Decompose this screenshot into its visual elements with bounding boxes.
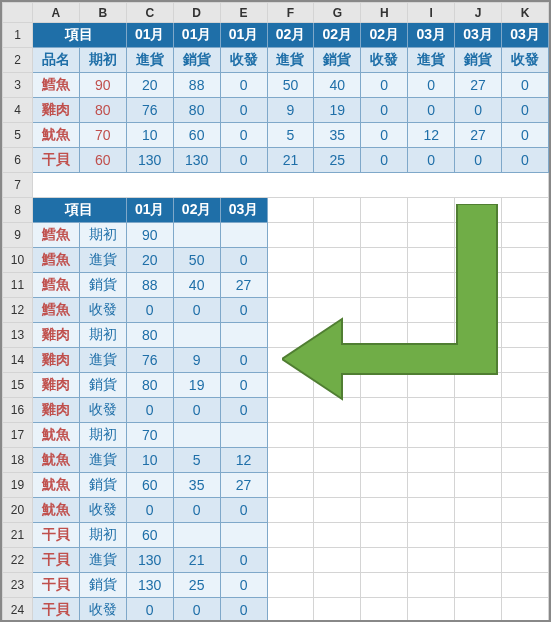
- row-6[interactable]: 6: [3, 148, 33, 173]
- cell[interactable]: [502, 548, 549, 573]
- cell[interactable]: 0: [361, 98, 408, 123]
- cell[interactable]: [314, 348, 361, 373]
- cell[interactable]: [267, 223, 314, 248]
- top-m01-2[interactable]: 01月: [173, 23, 220, 48]
- small-m3[interactable]: 03月: [220, 198, 267, 223]
- cell[interactable]: [408, 323, 455, 348]
- cell[interactable]: [267, 248, 314, 273]
- cell[interactable]: [361, 298, 408, 323]
- row-17[interactable]: 17: [3, 423, 33, 448]
- cell[interactable]: [314, 223, 361, 248]
- cell[interactable]: 鱈魚: [32, 273, 79, 298]
- cell[interactable]: [361, 423, 408, 448]
- cell[interactable]: [267, 498, 314, 523]
- row-14[interactable]: 14: [3, 348, 33, 373]
- cell[interactable]: 干貝: [32, 598, 79, 623]
- row-10[interactable]: 10: [3, 248, 33, 273]
- cell[interactable]: 9: [267, 98, 314, 123]
- cell[interactable]: [267, 198, 314, 223]
- cell[interactable]: [314, 573, 361, 598]
- cell[interactable]: [314, 398, 361, 423]
- cell[interactable]: 35: [173, 473, 220, 498]
- cell[interactable]: 20: [126, 248, 173, 273]
- top-item-header[interactable]: 項目: [32, 23, 126, 48]
- cell[interactable]: [455, 523, 502, 548]
- top-c8[interactable]: 收發: [361, 48, 408, 73]
- cell[interactable]: [361, 598, 408, 623]
- cell[interactable]: 50: [173, 248, 220, 273]
- cell[interactable]: [502, 323, 549, 348]
- cell[interactable]: 0: [455, 148, 502, 173]
- row-16[interactable]: 16: [3, 398, 33, 423]
- cell[interactable]: 60: [79, 148, 126, 173]
- cell[interactable]: [455, 448, 502, 473]
- cell[interactable]: [314, 473, 361, 498]
- top-c10[interactable]: 銷貨: [455, 48, 502, 73]
- top-m01-3[interactable]: 01月: [220, 23, 267, 48]
- cell[interactable]: 銷貨: [79, 373, 126, 398]
- cell[interactable]: [314, 598, 361, 623]
- cell[interactable]: 魷魚: [32, 123, 79, 148]
- cell[interactable]: 27: [220, 473, 267, 498]
- cell[interactable]: 銷貨: [79, 473, 126, 498]
- cell[interactable]: 21: [173, 548, 220, 573]
- cell[interactable]: 收發: [79, 598, 126, 623]
- cell[interactable]: 魷魚: [32, 448, 79, 473]
- cell[interactable]: [267, 273, 314, 298]
- cell[interactable]: [173, 323, 220, 348]
- cell[interactable]: 0: [126, 598, 173, 623]
- row-8[interactable]: 8: [3, 198, 33, 223]
- cell[interactable]: 0: [173, 598, 220, 623]
- cell[interactable]: 130: [173, 148, 220, 173]
- cell[interactable]: 27: [455, 123, 502, 148]
- cell[interactable]: 130: [126, 573, 173, 598]
- cell[interactable]: [220, 223, 267, 248]
- cell[interactable]: [455, 348, 502, 373]
- cell[interactable]: 60: [126, 523, 173, 548]
- cell[interactable]: [361, 223, 408, 248]
- top-m02-2[interactable]: 02月: [314, 23, 361, 48]
- row-20[interactable]: 20: [3, 498, 33, 523]
- cell[interactable]: [455, 498, 502, 523]
- cell[interactable]: 21: [267, 148, 314, 173]
- cell[interactable]: 80: [79, 98, 126, 123]
- cell[interactable]: 19: [314, 98, 361, 123]
- cell[interactable]: 130: [126, 148, 173, 173]
- cell[interactable]: [502, 423, 549, 448]
- cell[interactable]: [502, 573, 549, 598]
- cell[interactable]: 0: [126, 398, 173, 423]
- cell[interactable]: [314, 323, 361, 348]
- cell[interactable]: 40: [314, 73, 361, 98]
- cell[interactable]: [455, 598, 502, 623]
- cell[interactable]: 干貝: [32, 148, 79, 173]
- cell[interactable]: 20: [126, 73, 173, 98]
- cell[interactable]: [220, 323, 267, 348]
- cell[interactable]: [267, 348, 314, 373]
- cell[interactable]: 60: [173, 123, 220, 148]
- row-4[interactable]: 4: [3, 98, 33, 123]
- cell[interactable]: [408, 248, 455, 273]
- cell[interactable]: [267, 298, 314, 323]
- cell[interactable]: 19: [173, 373, 220, 398]
- cell[interactable]: 12: [220, 448, 267, 473]
- col-J[interactable]: J: [455, 3, 502, 23]
- cell[interactable]: 0: [408, 148, 455, 173]
- cell[interactable]: 0: [173, 498, 220, 523]
- cell[interactable]: 70: [79, 123, 126, 148]
- cell[interactable]: [314, 548, 361, 573]
- cell[interactable]: 鱈魚: [32, 248, 79, 273]
- col-C[interactable]: C: [126, 3, 173, 23]
- cell[interactable]: 0: [220, 148, 267, 173]
- cell[interactable]: 0: [220, 73, 267, 98]
- cell[interactable]: 魷魚: [32, 423, 79, 448]
- cell[interactable]: 進貨: [79, 348, 126, 373]
- cell[interactable]: 10: [126, 123, 173, 148]
- row-11[interactable]: 11: [3, 273, 33, 298]
- cell[interactable]: [455, 398, 502, 423]
- cell[interactable]: 0: [361, 123, 408, 148]
- cell[interactable]: [408, 548, 455, 573]
- cell[interactable]: 0: [408, 73, 455, 98]
- row-3[interactable]: 3: [3, 73, 33, 98]
- cell[interactable]: [455, 273, 502, 298]
- top-c2[interactable]: 期初: [79, 48, 126, 73]
